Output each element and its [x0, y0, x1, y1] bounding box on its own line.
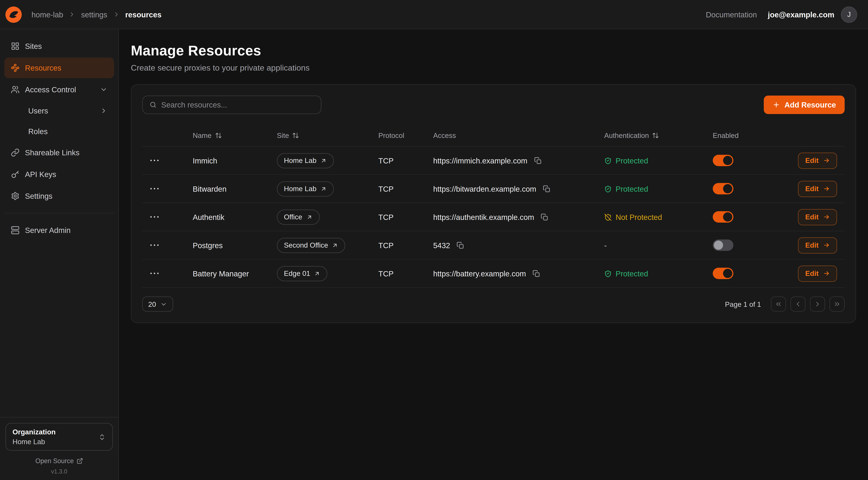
site-link[interactable]: Second Office: [277, 238, 345, 253]
documentation-link[interactable]: Documentation: [706, 10, 757, 19]
previous-page-button[interactable]: [790, 297, 806, 312]
sidebar-item-label: Settings: [25, 192, 53, 200]
copy-button[interactable]: [533, 156, 542, 166]
waypoints-icon: [11, 63, 20, 72]
sidebar: Sites Resources Access Control Users: [0, 29, 119, 480]
next-page-button[interactable]: [810, 297, 825, 312]
resource-protocol: TCP: [378, 269, 433, 278]
page-size-select[interactable]: 20: [142, 297, 173, 312]
chevron-right-icon: [100, 107, 107, 115]
copy-button[interactable]: [456, 240, 465, 250]
site-link[interactable]: Home Lab: [277, 153, 334, 168]
column-header-site[interactable]: Site: [277, 131, 378, 140]
resource-access: https://authentik.example.com: [433, 213, 534, 221]
sidebar-footer: Organization Home Lab Open Source v1.3.0: [0, 417, 118, 480]
enabled-toggle[interactable]: [713, 211, 733, 222]
arrow-right-icon: [823, 213, 830, 220]
sidebar-item-settings[interactable]: Settings: [4, 186, 114, 206]
edit-button[interactable]: Edit: [798, 152, 837, 169]
enabled-toggle[interactable]: [713, 239, 733, 251]
edit-button[interactable]: Edit: [798, 265, 837, 281]
shield-check-icon: [604, 157, 612, 164]
table-row: ··· Immich Home Lab TCP https://immich.e…: [142, 147, 845, 175]
chevron-left-icon: [794, 300, 802, 308]
row-menu-button[interactable]: ···: [150, 269, 168, 278]
edit-button[interactable]: Edit: [798, 237, 837, 253]
resource-access: 5432: [433, 241, 450, 249]
breadcrumb: home-lab settings resources: [31, 10, 162, 19]
add-resource-button[interactable]: Add Resource: [764, 96, 845, 114]
external-link-icon: [76, 458, 83, 464]
arrow-up-right-icon: [320, 157, 327, 164]
open-source-link[interactable]: Open Source: [0, 457, 118, 465]
enabled-toggle[interactable]: [713, 155, 733, 166]
sidebar-item-label: API Keys: [25, 170, 56, 179]
site-link[interactable]: Office: [277, 209, 319, 224]
topbar: home-lab settings resources Documentatio…: [0, 0, 868, 29]
table-row: ··· Battery Manager Edge 01 TCP https://…: [142, 260, 845, 288]
resource-access: https://battery.example.com: [433, 269, 526, 278]
sidebar-item-label: Resources: [25, 63, 61, 72]
resources-card: Add Resource Name Site Protocol Acce: [131, 84, 856, 323]
sidebar-item-access-control[interactable]: Access Control: [4, 79, 114, 100]
search-box: [142, 96, 321, 114]
edit-button[interactable]: Edit: [798, 181, 837, 197]
breadcrumb-resources: resources: [125, 10, 162, 19]
first-page-button[interactable]: [771, 297, 786, 312]
column-header-protocol: Protocol: [378, 131, 433, 140]
chevrons-left-icon: [775, 300, 782, 308]
row-menu-button[interactable]: ···: [150, 156, 168, 165]
enabled-toggle[interactable]: [713, 183, 733, 194]
copy-icon: [534, 157, 541, 164]
column-header-access: Access: [433, 131, 604, 140]
pangolin-logo-icon[interactable]: [5, 6, 22, 23]
layout-grid-icon: [11, 42, 20, 51]
arrow-up-right-icon: [314, 270, 320, 277]
breadcrumb-home-lab[interactable]: home-lab: [31, 10, 63, 19]
row-menu-button[interactable]: ···: [150, 213, 168, 221]
row-menu-button[interactable]: ···: [150, 241, 168, 249]
site-link[interactable]: Edge 01: [277, 266, 328, 281]
sidebar-item-api-keys[interactable]: API Keys: [4, 164, 114, 185]
sidebar-item-label: Server Admin: [25, 226, 70, 235]
avatar[interactable]: J: [841, 6, 857, 23]
edit-button[interactable]: Edit: [798, 209, 837, 225]
search-icon: [149, 101, 157, 109]
arrow-up-down-icon: [215, 132, 222, 139]
sidebar-item-sites[interactable]: Sites: [4, 36, 114, 57]
site-link[interactable]: Home Lab: [277, 181, 334, 197]
resource-name: Immich: [193, 156, 277, 165]
copy-button[interactable]: [531, 269, 541, 278]
column-header-name[interactable]: Name: [193, 131, 277, 140]
column-header-authentication[interactable]: Authentication: [604, 131, 713, 140]
organization-selector[interactable]: Organization Home Lab: [5, 423, 113, 451]
open-source-label: Open Source: [35, 457, 74, 465]
auth-status-badge: Protected: [604, 269, 713, 278]
arrow-up-down-icon: [652, 132, 659, 139]
sidebar-item-users[interactable]: Users: [4, 101, 114, 121]
sidebar-divider: [4, 213, 114, 213]
user-menu[interactable]: joe@example.com J: [768, 6, 857, 23]
sidebar-item-server-admin[interactable]: Server Admin: [4, 220, 114, 241]
breadcrumb-settings[interactable]: settings: [81, 10, 107, 19]
last-page-button[interactable]: [830, 297, 845, 312]
arrow-right-icon: [823, 270, 830, 277]
sidebar-item-label: Shareable Links: [25, 148, 80, 157]
arrow-right-icon: [823, 157, 830, 164]
search-input[interactable]: [161, 100, 314, 109]
add-resource-label: Add Resource: [784, 100, 836, 109]
sidebar-item-resources[interactable]: Resources: [4, 58, 114, 78]
resource-name: Battery Manager: [193, 269, 277, 278]
shield-check-icon: [604, 185, 612, 192]
chevron-right-icon: [113, 11, 120, 18]
sidebar-item-shareable-links[interactable]: Shareable Links: [4, 142, 114, 163]
row-menu-button[interactable]: ···: [150, 184, 168, 193]
auth-status-badge: Protected: [604, 184, 713, 193]
resource-protocol: TCP: [378, 184, 433, 193]
copy-button[interactable]: [542, 184, 552, 194]
copy-button[interactable]: [539, 212, 549, 222]
enabled-toggle[interactable]: [713, 268, 733, 279]
resource-access: https://immich.example.com: [433, 156, 527, 165]
resource-name: Postgres: [193, 241, 277, 249]
sidebar-item-roles[interactable]: Roles: [4, 122, 114, 141]
